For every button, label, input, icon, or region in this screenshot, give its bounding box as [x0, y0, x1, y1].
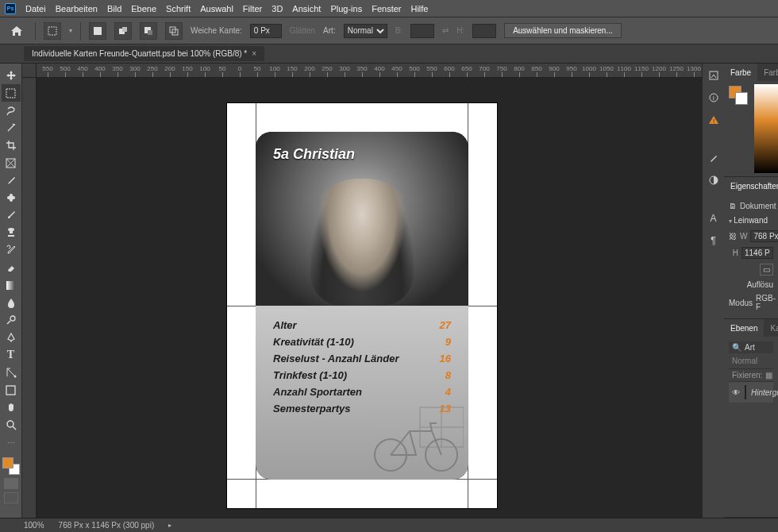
lock-pixels-icon[interactable]: ▦: [765, 371, 772, 380]
selection-add-icon[interactable]: [114, 22, 132, 40]
type-tool[interactable]: T: [2, 346, 21, 364]
layer-row[interactable]: 👁 Hintergr: [729, 382, 773, 403]
eraser-tool[interactable]: [2, 259, 21, 276]
blur-tool[interactable]: [2, 294, 21, 311]
info-panel-icon[interactable]: i: [707, 91, 721, 105]
svg-text:!: !: [712, 118, 714, 125]
menu-item[interactable]: Schrift: [166, 4, 191, 13]
height-label: H: [733, 249, 738, 257]
color-gradient[interactable]: [754, 84, 778, 173]
tab-swatches[interactable]: Farbfelder: [757, 64, 778, 81]
tab-properties[interactable]: Eigenschaften: [724, 177, 778, 195]
marquee-tool-icon[interactable]: [44, 22, 61, 40]
wand-tool[interactable]: [2, 119, 21, 137]
menu-item[interactable]: Bearbeiten: [56, 4, 98, 13]
filter-type[interactable]: Art: [745, 343, 755, 352]
canvas-area[interactable]: 5505004504003503002502001501005005010015…: [22, 64, 702, 518]
stamp-tool[interactable]: [2, 224, 21, 241]
gradient-tool[interactable]: [2, 276, 21, 294]
background-swatch[interactable]: [735, 92, 748, 105]
stat-label: Kreativität (1-10): [273, 336, 354, 348]
ruler-horizontal[interactable]: 5505004504003503002502001501005005010015…: [37, 64, 702, 78]
lasso-tool[interactable]: [2, 102, 21, 119]
path-tool[interactable]: [2, 364, 21, 381]
tab-layers[interactable]: Ebenen: [724, 319, 764, 337]
menu-item[interactable]: Plug-ins: [330, 4, 362, 13]
zoom-level[interactable]: 100%: [24, 521, 44, 530]
color-swatches[interactable]: [2, 457, 20, 475]
home-button[interactable]: [6, 22, 27, 40]
close-icon[interactable]: ×: [252, 49, 256, 58]
menu-item[interactable]: 3D: [272, 4, 283, 13]
selection-new-icon[interactable]: [89, 22, 106, 40]
ruler-origin[interactable]: [22, 64, 37, 78]
selection-subtract-icon[interactable]: [140, 22, 157, 40]
shape-tool[interactable]: [2, 381, 21, 399]
resolution-label: Auflösu: [747, 280, 773, 289]
selection-intersect-icon[interactable]: [165, 22, 183, 40]
menu-item[interactable]: Hilfe: [410, 4, 428, 13]
card-photo: 5a Christian: [256, 132, 468, 306]
frame-tool[interactable]: [2, 154, 21, 172]
ruler-vertical[interactable]: [22, 78, 37, 518]
marquee-tool[interactable]: [2, 84, 21, 102]
screenmode-toggle[interactable]: [4, 492, 18, 503]
brushes-panel-icon[interactable]: [707, 151, 721, 165]
learn-panel-icon[interactable]: [707, 68, 721, 83]
pen-tool[interactable]: [2, 329, 21, 346]
feather-input[interactable]: [250, 24, 282, 38]
document-tab-label: Individuelle Karten Freunde-Quartett.psd…: [32, 49, 247, 58]
antialias-label: Glätten: [290, 26, 315, 35]
chevron-right-icon[interactable]: ▸: [168, 522, 171, 529]
menu-item[interactable]: Ansicht: [292, 4, 321, 13]
doc-label: Dokument: [740, 202, 776, 210]
collapsed-panel-strip: i ! A ¶: [702, 64, 724, 518]
menu-item[interactable]: Ebene: [131, 4, 156, 13]
crop-tool[interactable]: [2, 137, 21, 154]
status-bar: 100% 768 Px x 1146 Px (300 ppi) ▸: [0, 518, 778, 532]
canvas-section[interactable]: Leinwand: [729, 213, 773, 228]
paragraph-panel-icon[interactable]: ¶: [707, 233, 721, 248]
orientation-icon[interactable]: ▭: [760, 264, 773, 276]
visibility-icon[interactable]: 👁: [732, 388, 740, 397]
adjustments-panel-icon[interactable]: [707, 173, 721, 187]
color-picker-body[interactable]: [724, 81, 778, 176]
menu-bar: Ps Datei Bearbeiten Bild Ebene Schrift A…: [0, 0, 778, 17]
layer-filter[interactable]: 🔍 Art: [729, 341, 773, 353]
menu-item[interactable]: Fenster: [372, 4, 401, 13]
document-tab[interactable]: Individuelle Karten Freunde-Quartett.psd…: [24, 46, 264, 61]
edit-toolbar[interactable]: ⋯: [2, 434, 21, 451]
height-input[interactable]: [741, 247, 773, 259]
link-icon[interactable]: ⛓: [729, 232, 737, 241]
quickmask-toggle[interactable]: [4, 478, 18, 489]
warning-icon[interactable]: !: [707, 113, 721, 127]
document-icon: 🗎: [729, 202, 737, 210]
menu-item[interactable]: Filter: [243, 4, 262, 13]
document-tab-bar: Individuelle Karten Freunde-Quartett.psd…: [0, 44, 778, 64]
stat-label: Trinkfest (1-10): [273, 369, 347, 381]
layers-panel: Ebenen Kanäle 🔍 Art Normal Fixieren: ▦ 👁…: [724, 319, 778, 518]
menu-item[interactable]: Auswahl: [200, 4, 233, 13]
history-brush-tool[interactable]: [2, 241, 21, 259]
chevron-down-icon[interactable]: ▾: [69, 27, 72, 34]
move-tool[interactable]: [2, 67, 21, 84]
menu-item[interactable]: Bild: [107, 4, 121, 13]
width-input[interactable]: [750, 230, 778, 242]
eyedropper-tool[interactable]: [2, 172, 21, 189]
tab-channels[interactable]: Kanäle: [764, 319, 778, 337]
brush-tool[interactable]: [2, 206, 21, 224]
style-select[interactable]: Normal: [344, 24, 387, 38]
layer-thumbnail[interactable]: [745, 385, 746, 399]
document-canvas[interactable]: 5a Christian Alter27 Kreativität (1-10)9…: [227, 103, 497, 508]
zoom-tool[interactable]: [2, 416, 21, 434]
hand-tool[interactable]: [2, 399, 21, 416]
foreground-color-swatch[interactable]: [2, 457, 13, 468]
dodge-tool[interactable]: [2, 311, 21, 329]
character-panel-icon[interactable]: A: [707, 211, 721, 226]
tab-color[interactable]: Farbe: [724, 64, 757, 81]
select-and-mask-button[interactable]: Auswählen und maskieren...: [504, 23, 622, 38]
layer-name: Hintergr: [751, 388, 778, 397]
healing-tool[interactable]: [2, 189, 21, 206]
menu-item[interactable]: Datei: [25, 4, 46, 13]
blend-mode-select[interactable]: Normal: [729, 353, 773, 368]
